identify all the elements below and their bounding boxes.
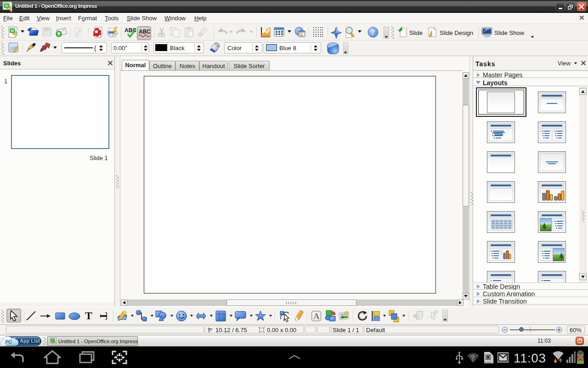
svg-text:?: ? xyxy=(470,354,475,362)
svg-text:?: ? xyxy=(371,28,375,37)
svg-text:A: A xyxy=(313,311,320,321)
svg-text:PC: PC xyxy=(5,339,12,345)
svg-text:ABC: ABC xyxy=(139,29,150,35)
